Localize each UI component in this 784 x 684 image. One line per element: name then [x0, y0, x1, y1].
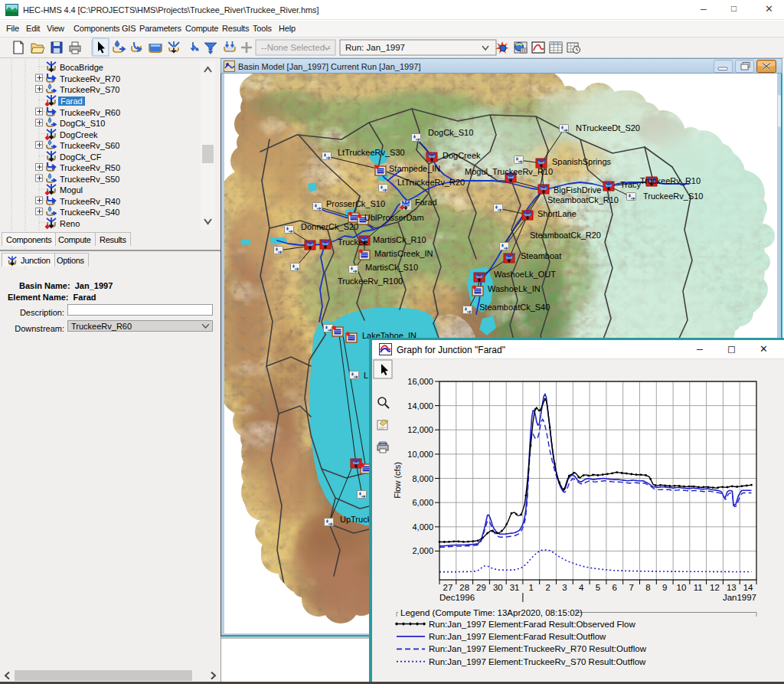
svg-text:MartisCreek_IN: MartisCreek_IN	[374, 249, 433, 258]
svg-text:DogCk_S10: DogCk_S10	[428, 128, 473, 137]
svg-text:10: 10	[677, 583, 687, 592]
svg-text:SteamboatCk_R20: SteamboatCk_R20	[530, 231, 601, 240]
svg-text:Stampede_IN: Stampede_IN	[389, 164, 440, 173]
svg-text:27: 27	[443, 583, 453, 592]
svg-text:MartisCk_S10: MartisCk_S10	[365, 263, 418, 272]
svg-text:BigFishDrive: BigFishDrive	[554, 185, 601, 195]
svg-text:L: L	[364, 371, 368, 380]
svg-text:ShortLane: ShortLane	[537, 209, 577, 218]
svg-text:2: 2	[545, 583, 550, 592]
svg-text:31: 31	[510, 583, 520, 592]
svg-text:ProsserCk_S10: ProsserCk_S10	[326, 199, 385, 208]
svg-text:Steamboat: Steamboat	[521, 251, 561, 260]
svg-text:5: 5	[596, 583, 600, 592]
svg-text:29: 29	[476, 583, 486, 592]
svg-text:SpanishSprings: SpanishSprings	[552, 157, 612, 166]
svg-text:Legend (Compute Time: 13Apr202: Legend (Compute Time: 13Apr2020, 08:15:0…	[400, 608, 583, 617]
svg-text:Farad: Farad	[415, 198, 437, 207]
svg-text:Run:Jan_1997 Element:Farad Res: Run:Jan_1997 Element:Farad Result:Outflo…	[429, 632, 606, 641]
svg-text:Flow (cfs): Flow (cfs)	[393, 462, 402, 499]
svg-text:Dec1996: Dec1996	[439, 593, 475, 602]
svg-text:DogCreek: DogCreek	[443, 151, 481, 160]
svg-text:--None Selected--: --None Selected--	[261, 43, 331, 52]
svg-text:TruckeeRv_R10: TruckeeRv_R10	[640, 176, 701, 185]
svg-text:6,000: 6,000	[412, 498, 433, 507]
svg-text:LtTruckeeRv_R20: LtTruckeeRv_R20	[397, 178, 465, 187]
svg-text:9: 9	[662, 583, 667, 592]
svg-text:Truckee: Truckee	[338, 237, 368, 247]
svg-text:14,000: 14,000	[407, 401, 433, 411]
svg-text:NTruckeeDt_S20: NTruckeeDt_S20	[576, 123, 640, 133]
svg-text:WashoeLk_IN: WashoeLk_IN	[488, 284, 541, 293]
svg-text:MartisCk_R10: MartisCk_R10	[373, 235, 426, 244]
svg-text:Run:Jan_1997 Element:TruckeeRv: Run:Jan_1997 Element:TruckeeRv_S70 Resul…	[429, 657, 646, 666]
svg-text:WashoeLk_OUT: WashoeLk_OUT	[494, 270, 556, 279]
svg-text:6: 6	[612, 583, 617, 592]
svg-text:TruckeeRv_R100: TruckeeRv_R100	[338, 277, 403, 286]
svg-text:Run: Jan_1997: Run: Jan_1997	[345, 43, 405, 52]
svg-text:8: 8	[645, 583, 650, 592]
svg-text:UpTruck: UpTruck	[340, 515, 372, 524]
svg-text:Mogul_TruckeeRv_R10: Mogul_TruckeeRv_R10	[465, 167, 553, 176]
svg-text:2,000: 2,000	[412, 546, 433, 555]
svg-text:13: 13	[727, 583, 737, 592]
svg-text:11: 11	[694, 583, 703, 592]
svg-text:16,000: 16,000	[407, 377, 433, 386]
svg-text:UblProsserDam: UblProsserDam	[364, 213, 424, 222]
svg-text:30: 30	[493, 583, 503, 592]
svg-text:14: 14	[743, 583, 753, 592]
svg-text:28: 28	[459, 583, 469, 592]
svg-text:3: 3	[562, 583, 567, 592]
svg-text:TruckeeRv_S10: TruckeeRv_S10	[643, 191, 703, 201]
svg-text:4: 4	[579, 583, 584, 592]
svg-text:SteamboatCk_R10: SteamboatCk_R10	[547, 195, 619, 205]
svg-text:Jan1997: Jan1997	[723, 593, 756, 602]
svg-text:1: 1	[529, 583, 534, 592]
svg-text:4,000: 4,000	[412, 522, 433, 532]
svg-text:Run:Jan_1997 Element:TruckeeRv: Run:Jan_1997 Element:TruckeeRv_R70 Resul…	[429, 644, 647, 653]
svg-text:Run:Jan_1997 Element:Farad Res: Run:Jan_1997 Element:Farad Result:Observ…	[429, 620, 635, 629]
svg-text:LtTruckeeRv_S30: LtTruckeeRv_S30	[338, 148, 405, 157]
svg-text:SteamboatCk_S40: SteamboatCk_S40	[479, 303, 550, 312]
svg-text:Tracy: Tracy	[620, 180, 642, 189]
svg-text:12: 12	[710, 583, 720, 592]
svg-text:12,000: 12,000	[407, 425, 433, 434]
svg-text:7: 7	[629, 583, 633, 592]
svg-text:10,000: 10,000	[407, 450, 433, 459]
svg-text:8,000: 8,000	[412, 474, 433, 483]
svg-text:DonnerCk_S20: DonnerCk_S20	[301, 222, 358, 231]
